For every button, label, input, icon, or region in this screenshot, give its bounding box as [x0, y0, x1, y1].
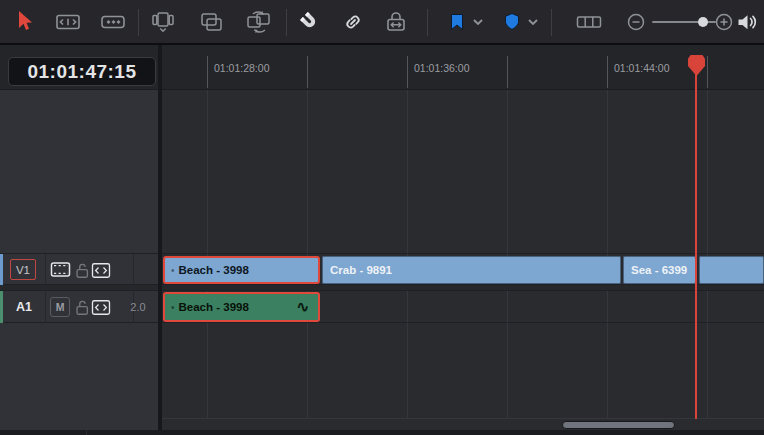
video-track-color-strip — [0, 254, 3, 285]
playhead-line[interactable] — [695, 55, 697, 419]
ruler-timecode-label: 01:01:44:00 — [614, 62, 669, 74]
chevron-down-icon — [526, 15, 540, 29]
enable-video-track-button[interactable] — [50, 260, 71, 279]
toolbar-separator — [138, 9, 139, 36]
link-icon — [341, 10, 365, 34]
trim-edit-mode-button[interactable] — [55, 10, 81, 34]
clip-dot: • — [171, 265, 175, 276]
track-border — [0, 322, 764, 323]
video-clip-segment[interactable] — [699, 256, 764, 284]
bottom-panel-edge — [0, 430, 764, 435]
flag-dropdown-button[interactable] — [471, 15, 485, 29]
position-lock-icon — [383, 9, 409, 35]
cursor-arrow-icon — [12, 9, 36, 35]
speaker-icon — [735, 10, 759, 34]
overwrite-clip-icon — [198, 9, 224, 35]
audio-destination-label[interactable]: A1 — [12, 300, 36, 314]
minus-circle-icon — [626, 12, 646, 32]
clip-name: Beach - 3998 — [179, 264, 249, 276]
chevron-down-icon — [471, 15, 485, 29]
timeline-window: 01:01:47:15 01:01:28:00 01:01:36:00 01:0… — [0, 0, 764, 435]
gridline — [307, 90, 308, 419]
trim-edit-icon — [55, 10, 81, 34]
replace-clip-button[interactable] — [245, 9, 273, 35]
overwrite-clip-button[interactable] — [198, 9, 224, 35]
marker-button[interactable] — [502, 12, 522, 32]
video-auto-select-button[interactable] — [91, 262, 111, 279]
ruler-tick — [607, 56, 608, 88]
auto-select-icon — [91, 299, 111, 316]
audio-mute-button[interactable]: M — [50, 297, 70, 317]
ruler-timecode-label: 01:01:36:00 — [414, 62, 469, 74]
clip-name: Beach - 3998 — [179, 301, 249, 313]
film-frame-icon — [50, 260, 71, 279]
ruler-timecode-label: 01:01:28:00 — [214, 62, 269, 74]
clip-name: Crab - 9891 — [322, 264, 392, 276]
audio-clip-beach[interactable]: • Beach - 3998 ∿ — [163, 292, 320, 322]
zoom-out-button[interactable] — [626, 12, 646, 32]
clip-name: Sea - 6399 — [623, 264, 687, 276]
insert-clip-button[interactable] — [150, 9, 176, 35]
gridline — [507, 90, 508, 419]
track-border — [0, 290, 764, 291]
flag-icon — [447, 12, 467, 32]
track-border — [0, 253, 764, 254]
mute-label: M — [50, 297, 70, 317]
plus-circle-icon — [714, 12, 734, 32]
lock-open-icon — [73, 298, 91, 316]
ruler-tick — [307, 56, 308, 88]
mixer-button[interactable] — [735, 10, 759, 34]
video-clip-sea[interactable]: Sea - 6399 — [623, 256, 696, 284]
clip-dot: • — [171, 302, 175, 313]
razor-blade-icon — [100, 10, 126, 34]
toolbar-separator — [286, 9, 287, 36]
horizontal-scrollbar-thumb[interactable] — [562, 421, 675, 429]
gridline — [207, 90, 208, 419]
toolbar-separator — [551, 9, 552, 36]
video-destination-button[interactable]: V1 — [10, 259, 36, 280]
audio-track-color-strip — [0, 291, 3, 323]
insert-clip-icon — [150, 9, 176, 35]
ruler-tick — [507, 56, 508, 88]
zoom-slider-handle[interactable] — [698, 17, 708, 27]
header-timeline-divider — [158, 45, 162, 430]
position-lock-button[interactable] — [383, 9, 409, 35]
audio-channels-label: 2.0 — [126, 301, 150, 313]
video-clip-beach[interactable]: • Beach - 3998 — [163, 256, 320, 284]
blade-edit-mode-button[interactable] — [100, 10, 126, 34]
auto-select-icon — [91, 262, 111, 279]
gridline — [607, 90, 608, 419]
flag-button[interactable] — [447, 12, 467, 32]
ruler-tick — [407, 56, 408, 88]
replace-clip-icon — [245, 9, 273, 35]
zoom-in-button[interactable] — [714, 12, 734, 32]
linked-selection-button[interactable] — [341, 10, 365, 34]
gridline — [707, 90, 708, 419]
ruler-tick — [707, 56, 708, 88]
snapping-button[interactable] — [298, 10, 322, 34]
audio-waveform-icon: ∿ — [296, 298, 309, 316]
scroll-area-divider — [162, 418, 764, 419]
toolbar-separator — [427, 9, 428, 36]
timeline-view-options-icon — [575, 10, 603, 34]
gridline — [407, 90, 408, 419]
edit-toolbar — [0, 0, 764, 45]
current-timecode: 01:01:47:15 — [8, 57, 156, 86]
magnet-icon — [293, 5, 327, 39]
selection-mode-button[interactable] — [12, 9, 36, 35]
header-column-divider — [45, 254, 46, 323]
video-lock-button[interactable] — [73, 261, 91, 279]
bottom-panel-divider — [86, 430, 87, 435]
marker-icon — [502, 12, 522, 32]
video-clip-crab[interactable]: Crab - 9891 — [322, 256, 621, 284]
marker-dropdown-button[interactable] — [526, 15, 540, 29]
audio-auto-select-button[interactable] — [91, 299, 111, 316]
timeline-view-options-button[interactable] — [575, 10, 603, 34]
lock-open-icon — [73, 261, 91, 279]
audio-lock-button[interactable] — [73, 298, 91, 316]
ruler-tick — [207, 56, 208, 88]
